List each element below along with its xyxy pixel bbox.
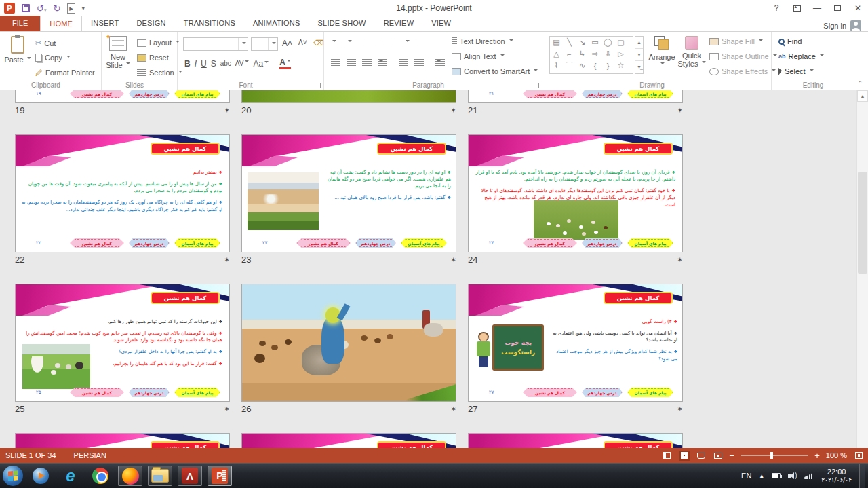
tab-review[interactable]: REVIEW	[375, 16, 423, 31]
decrease-font-button[interactable]: A˅	[298, 39, 307, 46]
slide-thumbnail-26[interactable]	[241, 284, 456, 402]
scrollbar-thumb[interactable]	[858, 172, 867, 274]
ltr-direction-icon[interactable]	[399, 59, 408, 67]
underline-button[interactable]: U	[201, 59, 207, 69]
font-name-combobox[interactable]	[183, 37, 248, 51]
strikethrough-button[interactable]: abc	[220, 60, 231, 67]
tab-home[interactable]: HOME	[40, 16, 82, 31]
line-spacing-icon[interactable]	[404, 39, 414, 46]
footer-tag[interactable]: كمال هم نشين	[70, 90, 124, 98]
new-slide-button[interactable]: New Slide	[103, 36, 133, 69]
footer-tag[interactable]: پیام های آسمان	[174, 388, 220, 397]
columns-icon[interactable]	[435, 59, 445, 67]
network-icon[interactable]	[804, 472, 814, 479]
normal-view-button[interactable]	[662, 451, 673, 461]
align-left-icon[interactable]	[331, 59, 340, 67]
shape-11-icon[interactable]: ▷	[614, 48, 627, 60]
text-direction-button[interactable]: Text Direction	[452, 37, 513, 45]
slide-thumbnail-28[interactable]: كمال هم نشين	[15, 433, 230, 448]
collapse-ribbon-icon[interactable]: ⌃	[857, 80, 863, 87]
footer-tag[interactable]: پیام های آسمان	[174, 238, 220, 248]
undo-icon[interactable]: ↺▾	[37, 3, 46, 14]
zoom-slider[interactable]	[741, 455, 808, 456]
reading-view-button[interactable]	[696, 451, 707, 461]
tab-insert[interactable]: INSERT	[82, 16, 127, 31]
shape-2-icon[interactable]: ↘	[576, 37, 589, 48]
close-button[interactable]: ✕	[848, 0, 868, 16]
footer-tag[interactable]: درس چهاردهم	[582, 388, 623, 397]
slide-thumbnail-23[interactable]: كمال هم نشين❖او تپه ای را در دور دست ها …	[241, 134, 456, 252]
rtl-direction-icon[interactable]	[414, 59, 424, 67]
reset-button[interactable]: Reset	[137, 54, 169, 62]
shape-15-icon[interactable]: {	[589, 60, 601, 71]
tray-clock[interactable]: 22:00 ۲۰۲۱/۰۶/۰۴	[821, 468, 852, 485]
fit-to-window-button[interactable]	[853, 451, 864, 461]
indent-decrease-icon[interactable]	[368, 39, 377, 46]
increase-font-button[interactable]: A˄	[282, 39, 292, 48]
slide-thumbnail-24[interactable]: كمال هم نشين❖فردای آن روز، با صدای گوسفن…	[468, 134, 683, 252]
change-case-button[interactable]: Aa	[253, 59, 269, 69]
footer-tag[interactable]: كمال هم نشين	[70, 388, 124, 397]
arrange-button[interactable]: Arrange	[647, 36, 677, 69]
avatar-icon[interactable]	[850, 20, 861, 31]
shape-8-icon[interactable]: ↳	[576, 48, 589, 60]
footer-tag[interactable]: كمال هم نشين	[523, 238, 577, 248]
shape-effects-button[interactable]: Shape Effects	[709, 67, 776, 75]
help-button[interactable]: ?	[766, 0, 787, 16]
shape-5-icon[interactable]: ▢	[614, 37, 627, 48]
clear-formatting-button[interactable]: ⌫	[313, 39, 324, 48]
footer-tag[interactable]: پیام های آسمان	[627, 388, 673, 397]
footer-tag[interactable]: درس چهاردهم	[129, 388, 170, 397]
shape-17-icon[interactable]: ☆	[614, 60, 627, 71]
align-text-button[interactable]: Align Text	[452, 52, 505, 60]
chevron-down-icon[interactable]	[268, 38, 277, 50]
language-tray[interactable]: EN	[741, 472, 751, 480]
taskbar-ie-button[interactable]: e	[58, 466, 83, 486]
shadow-strike-button[interactable]: S	[211, 59, 216, 69]
taskbar-acrobat-button[interactable]: Λ	[178, 466, 202, 486]
show-hidden-icons-icon[interactable]: ▲	[759, 473, 764, 479]
taskbar-chrome-button[interactable]	[88, 466, 113, 486]
redo-icon[interactable]: ↻	[53, 3, 60, 14]
slide-thumbnail-30[interactable]: كمال هم نشين	[468, 433, 683, 448]
gallery-up-icon[interactable]: ▲	[635, 37, 643, 49]
shape-4-icon[interactable]: ◯	[601, 37, 614, 48]
footer-tag[interactable]: پیام های آسمان	[401, 238, 447, 248]
footer-tag[interactable]: پیام های آسمان	[627, 90, 673, 98]
shape-0-icon[interactable]: ▤	[550, 37, 563, 48]
minimize-button[interactable]: —	[807, 0, 827, 16]
shape-7-icon[interactable]: ⌐	[563, 48, 576, 60]
slide-thumbnail-21[interactable]: ۲۱كمال هم نشيندرس چهاردهمپیام های آسمان	[468, 90, 683, 103]
footer-tag[interactable]: كمال هم نشين	[70, 238, 124, 248]
char-spacing-button[interactable]: AV	[235, 60, 250, 67]
zoom-level[interactable]: 100 %	[826, 451, 847, 459]
slide-thumbnail-25[interactable]: كمال هم نشين❖این حیوانات گرسنه را که نمی…	[15, 284, 230, 402]
align-right-icon[interactable]	[362, 59, 372, 67]
shape-10-icon[interactable]: ⇩	[601, 48, 614, 60]
vertical-scrollbar[interactable]: ▲	[856, 90, 868, 448]
shape-12-icon[interactable]: ⌇	[550, 60, 563, 71]
save-icon[interactable]	[22, 4, 30, 12]
shape-outline-button[interactable]: Shape Outline	[709, 52, 777, 60]
convert-smartart-button[interactable]: Convert to SmartArt	[452, 67, 538, 75]
chevron-down-icon[interactable]	[238, 38, 248, 50]
footer-tag[interactable]: درس چهاردهم	[582, 90, 623, 98]
slideshow-view-button[interactable]	[713, 451, 724, 461]
scroll-up-icon[interactable]: ▲	[857, 90, 868, 102]
numbering-icon[interactable]	[347, 39, 356, 46]
battery-icon[interactable]	[772, 473, 781, 478]
footer-tag[interactable]: پیام های آسمان	[627, 238, 673, 248]
tab-design[interactable]: DESIGN	[127, 16, 174, 31]
start-from-beginning-icon[interactable]: ▸	[67, 3, 75, 14]
language-indicator[interactable]: PERSIAN	[74, 451, 106, 459]
copy-button[interactable]: Copy	[35, 54, 71, 62]
taskbar-firefox-button[interactable]	[118, 466, 142, 486]
shape-fill-button[interactable]: Shape Fill	[709, 37, 763, 45]
slide-thumbnail-22[interactable]: كمال هم نشين❖بیشتر بدانیم❖من از سال ها پ…	[15, 134, 230, 252]
tab-transitions[interactable]: TRANSITIONS	[175, 16, 244, 31]
cut-button[interactable]: ✂Cut	[35, 39, 56, 48]
shape-6-icon[interactable]: △	[550, 48, 563, 60]
justify-icon[interactable]	[378, 59, 387, 67]
sign-in-link[interactable]: Sign in	[823, 22, 846, 30]
quick-styles-button[interactable]: Quick Styles	[677, 36, 707, 68]
